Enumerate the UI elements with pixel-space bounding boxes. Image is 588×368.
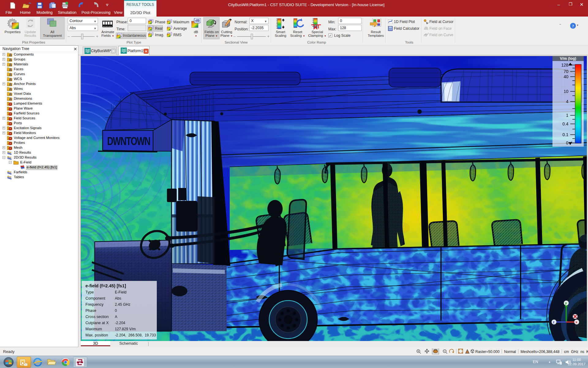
svg-text:128: 128 <box>561 63 569 67</box>
svg-text:0.4: 0.4 <box>563 121 569 126</box>
svg-text:10: 10 <box>564 89 568 94</box>
svg-text:0.1: 0.1 <box>563 132 569 137</box>
svg-text:1: 1 <box>566 113 568 118</box>
svg-text:?: ? <box>572 24 574 28</box>
svg-text:x: x <box>575 320 578 324</box>
svg-text:4: 4 <box>566 99 568 104</box>
svg-text:70: 70 <box>564 69 568 74</box>
svg-text:y: y <box>565 301 567 305</box>
svg-text:z: z <box>553 320 555 324</box>
svg-text:40: 40 <box>564 74 568 79</box>
svg-text:dB: dB <box>195 19 200 22</box>
svg-text:0: 0 <box>566 140 568 145</box>
svg-text:DWNTOWN: DWNTOWN <box>107 135 150 148</box>
